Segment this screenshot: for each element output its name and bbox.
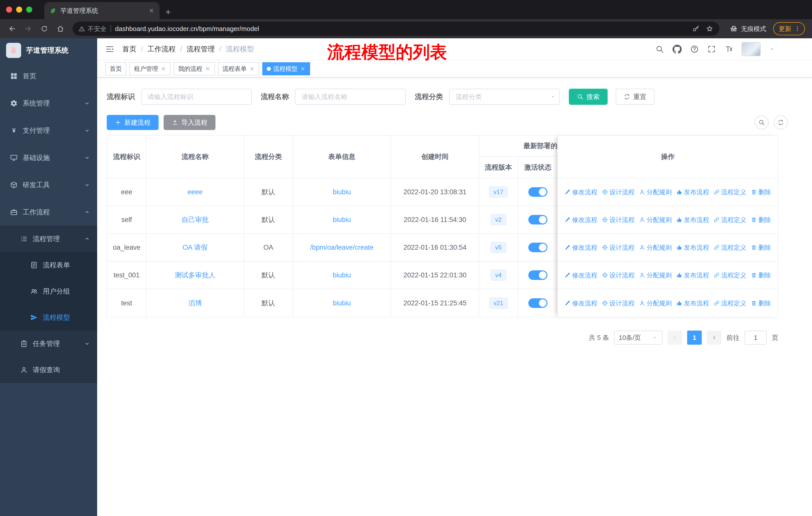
action-process-definition[interactable]: 流程定义	[714, 299, 746, 307]
goto-page-input[interactable]	[745, 331, 767, 345]
process-name-link[interactable]: 滔博	[188, 299, 202, 308]
action-edit-process[interactable]: 修改流程	[564, 271, 597, 279]
action-assign-rule[interactable]: 分配规则	[639, 216, 672, 224]
home-button[interactable]	[53, 22, 67, 36]
form-info-link[interactable]: biubiu	[333, 216, 351, 224]
action-assign-rule[interactable]: 分配规则	[639, 299, 672, 307]
sidebar-item-user-group[interactable]: 用户分组	[0, 278, 97, 304]
tag-my-process[interactable]: 我的流程	[174, 62, 215, 75]
page-size-select[interactable]: 10条/页	[614, 331, 663, 345]
new-tab-button[interactable]	[165, 8, 172, 16]
window-minimize-button[interactable]	[16, 6, 22, 12]
avatar-caret-icon[interactable]	[769, 46, 775, 52]
process-category-select[interactable]	[449, 89, 560, 105]
create-process-button[interactable]: 新建流程	[107, 115, 158, 130]
github-icon[interactable]	[672, 45, 682, 54]
action-publish-process[interactable]: 发布流程	[676, 299, 709, 307]
font-size-icon[interactable]	[724, 45, 733, 53]
browser-tab[interactable]: 芋道管理系统	[44, 2, 160, 19]
action-delete[interactable]: 删除	[751, 299, 771, 307]
action-design-process[interactable]: 设计流程	[602, 243, 635, 252]
fullscreen-icon[interactable]	[707, 45, 716, 53]
next-page-button[interactable]	[707, 331, 721, 345]
active-toggle[interactable]	[528, 298, 547, 308]
password-key-icon[interactable]	[692, 25, 700, 32]
process-name-link[interactable]: 自己审批	[181, 215, 209, 224]
breadcrumb-item[interactable]: 流程管理	[187, 44, 215, 54]
action-assign-rule[interactable]: 分配规则	[639, 243, 672, 252]
sidebar-item-infrastructure[interactable]: 基础设施	[0, 144, 97, 171]
help-icon[interactable]	[690, 45, 699, 53]
action-publish-process[interactable]: 发布流程	[676, 243, 709, 252]
action-edit-process[interactable]: 修改流程	[564, 188, 597, 196]
action-publish-process[interactable]: 发布流程	[676, 188, 709, 196]
action-process-definition[interactable]: 流程定义	[714, 271, 746, 279]
sidebar-item-workflow[interactable]: 工作流程	[0, 198, 97, 226]
process-name-input[interactable]	[295, 89, 406, 105]
action-delete[interactable]: 删除	[751, 243, 771, 252]
tag-close-icon[interactable]	[249, 66, 255, 72]
window-close-button[interactable]	[6, 6, 12, 12]
prev-page-button[interactable]	[668, 331, 682, 345]
action-process-definition[interactable]: 流程定义	[714, 188, 746, 196]
form-info-link[interactable]: biubiu	[333, 271, 351, 279]
sidebar-item-home[interactable]: 首页	[0, 62, 97, 90]
action-process-definition[interactable]: 流程定义	[714, 243, 746, 252]
action-design-process[interactable]: 设计流程	[602, 216, 635, 224]
search-icon[interactable]	[656, 45, 664, 53]
sidebar-item-system[interactable]: 系统管理	[0, 90, 97, 117]
sidebar-item-devtools[interactable]: 研发工具	[0, 171, 97, 198]
action-design-process[interactable]: 设计流程	[602, 299, 635, 307]
tag-tenant[interactable]: 租户管理	[129, 62, 171, 75]
process-id-input[interactable]	[141, 89, 252, 105]
bookmark-star-icon[interactable]	[706, 25, 713, 32]
tab-close-icon[interactable]	[148, 7, 154, 13]
window-zoom-button[interactable]	[26, 6, 32, 12]
action-publish-process[interactable]: 发布流程	[676, 271, 709, 279]
reload-button[interactable]	[37, 22, 51, 36]
forward-button[interactable]	[21, 22, 35, 36]
security-chip[interactable]: 不安全	[79, 25, 107, 33]
sidebar-collapse-icon[interactable]	[105, 45, 114, 54]
sidebar-item-process-management[interactable]: 流程管理	[0, 226, 97, 252]
form-info-link[interactable]: biubiu	[333, 188, 351, 196]
tag-close-icon[interactable]	[205, 66, 210, 72]
user-avatar[interactable]	[742, 42, 761, 56]
tag-close-icon[interactable]	[161, 66, 166, 72]
show-search-button[interactable]	[755, 115, 769, 130]
menu-dots-icon[interactable]	[794, 25, 801, 32]
active-toggle[interactable]	[528, 187, 547, 197]
reset-button[interactable]: 重置	[616, 89, 655, 105]
sidebar-item-task-management[interactable]: 任务管理	[0, 331, 97, 357]
action-design-process[interactable]: 设计流程	[602, 188, 635, 196]
sidebar-item-payment[interactable]: 支付管理	[0, 117, 97, 144]
form-info-link[interactable]: /bpm/oa/leave/create	[310, 244, 374, 251]
process-name-link[interactable]: eeee	[187, 188, 203, 196]
sidebar-item-process-form[interactable]: 流程表单	[0, 252, 97, 278]
tag-home[interactable]: 首页	[105, 62, 126, 75]
breadcrumb-item[interactable]: 首页	[122, 44, 137, 54]
update-chip[interactable]: 更新	[773, 22, 805, 35]
active-toggle[interactable]	[528, 215, 547, 224]
active-toggle[interactable]	[528, 270, 547, 280]
action-delete[interactable]: 删除	[751, 271, 771, 279]
action-design-process[interactable]: 设计流程	[602, 271, 635, 279]
action-publish-process[interactable]: 发布流程	[676, 216, 709, 224]
action-assign-rule[interactable]: 分配规则	[639, 271, 672, 279]
process-name-link[interactable]: OA 请假	[182, 243, 207, 252]
form-info-link[interactable]: biubiu	[333, 299, 351, 307]
process-name-link[interactable]: 测试多审批人	[175, 271, 215, 280]
action-edit-process[interactable]: 修改流程	[564, 216, 597, 224]
action-process-definition[interactable]: 流程定义	[714, 216, 746, 224]
tag-process-form[interactable]: 流程表单	[218, 62, 259, 75]
tag-close-icon[interactable]	[300, 66, 306, 72]
action-assign-rule[interactable]: 分配规则	[639, 188, 672, 196]
active-toggle[interactable]	[528, 243, 547, 252]
import-process-button[interactable]: 导入流程	[164, 115, 215, 130]
url-text[interactable]: dashboard.yudao.iocoder.cn/bpm/manager/m…	[115, 25, 688, 33]
sidebar-item-process-model[interactable]: 流程模型	[0, 304, 97, 331]
breadcrumb-item[interactable]: 工作流程	[147, 44, 176, 54]
action-delete[interactable]: 删除	[751, 188, 771, 196]
back-button[interactable]	[5, 22, 19, 36]
refresh-table-button[interactable]	[774, 115, 788, 130]
